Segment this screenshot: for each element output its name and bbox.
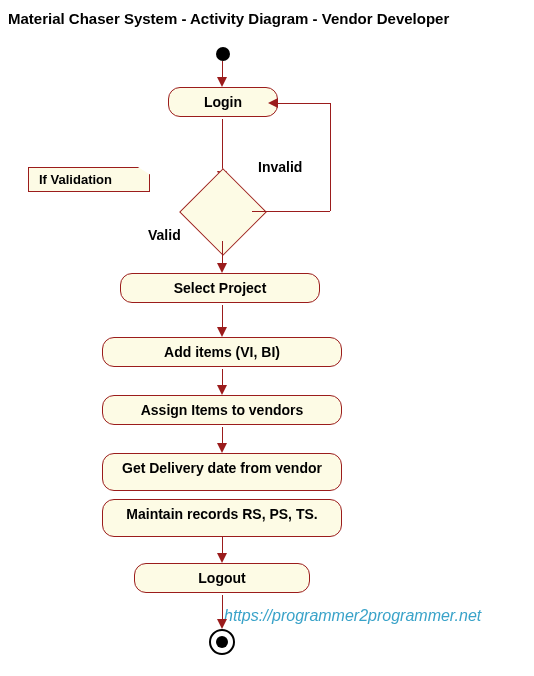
label-invalid: Invalid bbox=[258, 159, 302, 175]
activity-select-project: Select Project bbox=[120, 273, 320, 303]
diagram-title: Material Chaser System - Activity Diagra… bbox=[0, 0, 534, 37]
decision-validation bbox=[179, 168, 267, 256]
activity-logout: Logout bbox=[134, 563, 310, 593]
activity-maintain-records: Maintain records RS, PS, TS. bbox=[102, 499, 342, 537]
final-node bbox=[209, 629, 235, 655]
note-validation: If Validation bbox=[28, 167, 150, 192]
activity-diagram: Login If Validation Invalid Valid Select… bbox=[0, 37, 534, 676]
watermark-url: https://programmer2programmer.net bbox=[224, 607, 481, 625]
activity-add-items: Add items (VI, BI) bbox=[102, 337, 342, 367]
activity-login: Login bbox=[168, 87, 278, 117]
initial-node bbox=[216, 47, 230, 61]
label-valid: Valid bbox=[148, 227, 181, 243]
activity-get-delivery: Get Delivery date from vendor bbox=[102, 453, 342, 491]
activity-assign-items: Assign Items to vendors bbox=[102, 395, 342, 425]
